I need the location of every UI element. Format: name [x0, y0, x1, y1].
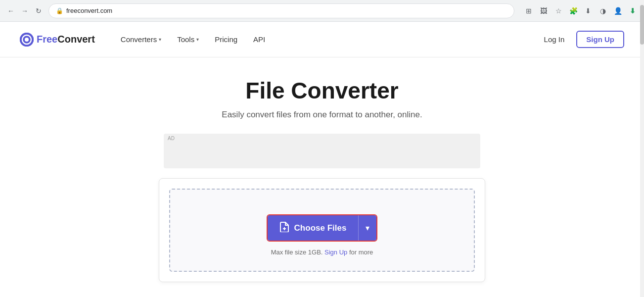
- address-bar[interactable]: 🔒 freeconvert.com: [48, 3, 514, 18]
- browser-nav: ← → ↻: [6, 6, 44, 16]
- scrollbar-thumb: [640, 5, 644, 45]
- screenshot-icon[interactable]: 🖼: [538, 5, 549, 16]
- signup-button[interactable]: Sign Up: [576, 31, 624, 48]
- download-icon[interactable]: ⬇: [583, 5, 594, 16]
- svg-point-2: [25, 38, 29, 42]
- login-button[interactable]: Log In: [538, 32, 571, 47]
- choose-files-button[interactable]: Choose Files: [268, 215, 359, 241]
- logo-convert: Convert: [57, 34, 95, 45]
- file-icon: [279, 221, 289, 235]
- upload-note-suffix: for more: [347, 248, 373, 256]
- choose-files-wrapper: Choose Files ▾: [267, 214, 378, 242]
- puzzle-icon[interactable]: ◑: [598, 5, 608, 16]
- logo-text: FreeConvert: [37, 34, 95, 45]
- nav-item-api[interactable]: API: [247, 32, 271, 47]
- choose-files-label: Choose Files: [294, 223, 347, 233]
- upload-container: Choose Files ▾ Max file size 1GB. Sign U…: [159, 178, 485, 282]
- browser-chrome: ← → ↻ 🔒 freeconvert.com ⊞ 🖼 ☆ 🧩 ⬇ ◑ 👤 ⬇: [0, 0, 644, 22]
- refresh-icon[interactable]: ↻: [34, 6, 44, 16]
- logo-free: Free: [37, 34, 57, 45]
- page-title: File Converter: [245, 77, 398, 104]
- browser-actions: ⊞ 🖼 ☆ 🧩 ⬇ ◑ 👤 ⬇: [523, 5, 638, 16]
- logo-icon: [20, 33, 34, 47]
- nav-item-tools[interactable]: Tools ▾: [171, 32, 205, 47]
- back-icon[interactable]: ←: [6, 6, 16, 16]
- download2-icon[interactable]: ⬇: [627, 5, 638, 16]
- nav-item-pricing[interactable]: Pricing: [209, 32, 243, 47]
- translate-icon[interactable]: ⊞: [523, 5, 534, 16]
- converters-chevron-icon: ▾: [159, 37, 161, 42]
- upload-note-text: Max file size 1GB.: [271, 248, 324, 256]
- scrollbar[interactable]: [640, 0, 644, 297]
- extension-icon[interactable]: 🧩: [568, 5, 579, 16]
- url-text: freeconvert.com: [66, 7, 112, 14]
- nav-item-converters[interactable]: Converters ▾: [115, 32, 167, 47]
- ad-label: AD: [168, 136, 175, 141]
- bookmark-icon[interactable]: ☆: [553, 5, 564, 16]
- lock-icon: 🔒: [56, 7, 63, 14]
- profile-icon[interactable]: 👤: [612, 5, 623, 16]
- choose-files-dropdown-button[interactable]: ▾: [358, 215, 376, 241]
- signup-link[interactable]: Sign Up: [324, 248, 347, 256]
- nav-right: Log In Sign Up: [538, 31, 624, 48]
- nav-menu: Converters ▾ Tools ▾ Pricing API: [115, 32, 538, 47]
- upload-dropzone[interactable]: Choose Files ▾ Max file size 1GB. Sign U…: [169, 189, 475, 272]
- page-subtitle: Easily convert files from one format to …: [222, 110, 422, 120]
- site-navbar: FreeConvert Converters ▾ Tools ▾ Pricing…: [0, 22, 644, 57]
- logo[interactable]: FreeConvert: [20, 33, 95, 47]
- forward-icon[interactable]: →: [20, 6, 30, 16]
- ad-banner: AD: [164, 134, 480, 168]
- main-content: File Converter Easily convert files from…: [0, 57, 644, 297]
- upload-note: Max file size 1GB. Sign Up for more: [271, 248, 373, 256]
- dropdown-arrow-icon: ▾: [366, 223, 369, 233]
- tools-chevron-icon: ▾: [196, 37, 199, 42]
